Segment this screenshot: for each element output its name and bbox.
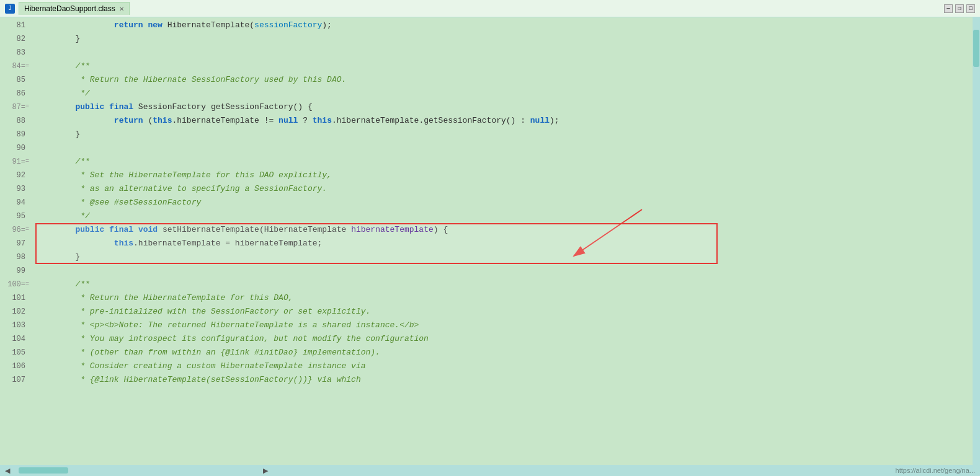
line-number-103: 103 [0,319,29,332]
line-number-91: 91= [0,155,29,169]
line-number-105: 105 [0,346,29,359]
editor-container: 81828384=858687=88899091=9293949596=9798… [0,17,980,465]
window-controls: ─ ❐ □ [944,4,975,13]
line-number-93: 93 [0,182,29,196]
code-line-82: } [34,32,973,46]
line-number-97: 97 [0,237,29,250]
code-line-105: * (other than from within an {@link #ini… [34,346,973,359]
line-number-84: 84= [0,60,29,73]
main-window: J HibernateDaoSupport.class ✕ ─ ❐ □ 8182… [0,0,980,476]
code-line-93: * as an alternative to specifying a Sess… [34,182,973,196]
maximize-button[interactable]: □ [966,4,975,13]
code-line-95: */ [34,209,973,223]
line-number-92: 92 [0,169,29,182]
horizontal-scrollbar[interactable] [12,467,261,474]
line-number-81: 81 [0,19,29,32]
code-line-90 [34,141,973,155]
code-line-85: * Return the Hibernate SessionFactory us… [34,73,973,87]
code-line-100: /** [34,278,973,291]
line-number-96: 96= [0,223,29,237]
code-line-88: return (this.hibernateTemplate != null ?… [34,114,973,128]
line-number-104: 104 [0,332,29,346]
scroll-left-button[interactable]: ◀ [5,467,10,475]
line-number-94: 94 [0,196,29,209]
line-number-107: 107 [0,373,29,387]
scrollbar-thumb-v[interactable] [973,30,979,67]
code-line-83 [34,46,973,60]
line-number-95: 95 [0,209,29,223]
line-number-83: 83 [0,46,29,60]
bottom-bar: ◀ ▶ https://alicdi.net/geng/na... [0,465,980,476]
code-line-98: } [34,250,973,264]
vertical-scrollbar[interactable] [973,17,980,465]
line-number-90: 90 [0,141,29,155]
line-number-102: 102 [0,305,29,319]
line-numbers: 81828384=858687=88899091=9293949596=9798… [0,17,34,465]
code-line-101: * Return the HibernateTemplate for this … [34,291,973,305]
scrollbar-thumb-h[interactable] [19,467,68,474]
line-number-106: 106 [0,359,29,373]
tab-label: HibernateDaoSupport.class [24,4,115,13]
code-line-92: * Set the HibernateTemplate for this DAO… [34,169,973,182]
watermark: https://alicdi.net/geng/na... [896,467,975,474]
line-number-87: 87= [0,100,29,114]
app-icon: J [5,4,15,14]
line-number-82: 82 [0,32,29,46]
code-line-81: return new HibernateTemplate(sessionFact… [34,19,973,32]
code-line-89: } [34,128,973,141]
code-line-106: * Consider creating a custom HibernateTe… [34,359,973,373]
code-area[interactable]: return new HibernateTemplate(sessionFact… [34,17,973,465]
minimize-button[interactable]: ─ [944,4,953,13]
line-number-85: 85 [0,73,29,87]
code-line-86: */ [34,87,973,100]
code-line-102: * pre-initialized with the SessionFactor… [34,305,973,319]
code-line-107: * {@link HibernateTemplate(setSessionFac… [34,373,973,387]
code-line-97: this.hibernateTemplate = hibernateTempla… [34,237,973,250]
line-number-88: 88 [0,114,29,128]
code-line-94: * @see #setSessionFactory [34,196,973,209]
line-number-98: 98 [0,250,29,264]
line-number-100: 100= [0,278,29,291]
line-number-89: 89 [0,128,29,141]
code-line-104: * You may introspect its configuration, … [34,332,973,346]
editor-tab[interactable]: HibernateDaoSupport.class ✕ [19,2,130,15]
code-line-103: * <p><b>Note: The returned HibernateTemp… [34,319,973,332]
restore-button[interactable]: ❐ [955,4,964,13]
tab-close-button[interactable]: ✕ [119,6,124,12]
code-line-99 [34,264,973,278]
code-line-84: /** [34,60,973,73]
code-line-87: public final SessionFactory getSessionFa… [34,100,973,114]
line-number-86: 86 [0,87,29,100]
line-number-101: 101 [0,291,29,305]
scroll-right-button[interactable]: ▶ [263,467,268,475]
line-number-99: 99 [0,264,29,278]
title-bar: J HibernateDaoSupport.class ✕ ─ ❐ □ [0,0,980,17]
code-line-96: public final void setHibernateTemplate(H… [34,223,973,237]
code-line-91: /** [34,155,973,169]
